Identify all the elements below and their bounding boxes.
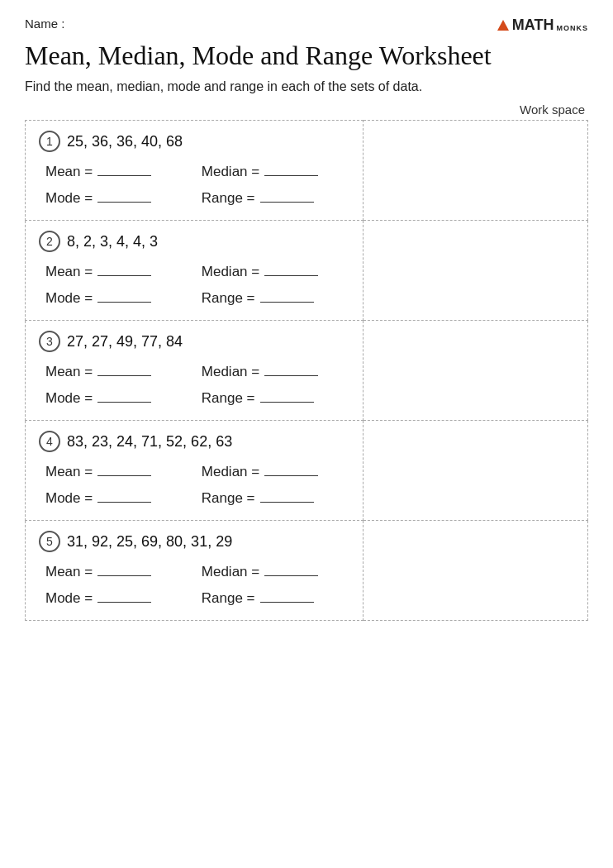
answer-row-5-4: Range =	[202, 590, 349, 607]
answer-label-5-2: Median =	[202, 564, 259, 580]
answer-label-1-3: Mode =	[45, 190, 93, 207]
answer-row-2-4: Range =	[202, 290, 349, 307]
answer-label-2-1: Mean =	[45, 264, 93, 280]
problem-number-4: 4	[39, 431, 60, 452]
answer-row-3-3: Mode =	[45, 390, 193, 407]
answer-label-3-3: Mode =	[45, 390, 93, 407]
problem-cell-1: 125, 36, 36, 40, 68Mean =Median =Mode =R…	[26, 121, 364, 221]
logo-triangle-icon	[497, 20, 509, 31]
answer-row-4-4: Range =	[202, 490, 349, 507]
answer-label-1-1: Mean =	[45, 164, 93, 180]
answer-row-5-2: Median =	[202, 564, 349, 580]
answer-label-3-1: Mean =	[45, 364, 93, 380]
data-set-5: 31, 92, 25, 69, 80, 31, 29	[67, 533, 232, 551]
answer-line-3-2[interactable]	[264, 375, 318, 376]
workspace-cell-4	[363, 421, 587, 521]
problem-number-5: 5	[39, 531, 60, 552]
answer-line-1-1[interactable]	[97, 175, 151, 176]
answer-row-2-2: Median =	[202, 264, 349, 280]
answer-line-2-4[interactable]	[260, 302, 314, 303]
problem-number-1: 1	[39, 131, 60, 152]
answer-row-2-3: Mode =	[45, 290, 193, 307]
answer-label-4-2: Median =	[202, 464, 259, 480]
answer-line-4-2[interactable]	[264, 475, 318, 476]
answer-line-3-3[interactable]	[97, 402, 151, 403]
answer-label-1-4: Range =	[202, 190, 255, 207]
answer-row-3-2: Median =	[202, 364, 349, 380]
instructions: Find the mean, median, mode and range in…	[25, 79, 588, 94]
answer-line-5-2[interactable]	[264, 575, 318, 576]
problem-number-3: 3	[39, 331, 60, 352]
answer-row-2-1: Mean =	[45, 264, 193, 280]
logo-math-text: MATH	[512, 17, 554, 34]
workspace-label: Work space	[25, 103, 588, 117]
answer-line-4-1[interactable]	[97, 475, 151, 476]
answer-line-2-3[interactable]	[97, 302, 151, 303]
answer-label-3-4: Range =	[202, 390, 255, 407]
answer-line-2-2[interactable]	[264, 275, 318, 276]
answer-label-5-3: Mode =	[45, 590, 93, 607]
answer-row-1-2: Median =	[202, 164, 349, 180]
data-set-1: 25, 36, 36, 40, 68	[67, 133, 183, 150]
answer-line-1-3[interactable]	[97, 202, 151, 203]
answer-line-3-1[interactable]	[97, 375, 151, 376]
answer-row-5-3: Mode =	[45, 590, 193, 607]
answer-label-5-4: Range =	[202, 590, 255, 607]
problem-cell-4: 483, 23, 24, 71, 52, 62, 63Mean =Median …	[26, 421, 364, 521]
answer-label-5-1: Mean =	[45, 564, 93, 580]
name-label: Name :	[25, 17, 64, 31]
data-set-4: 83, 23, 24, 71, 52, 62, 63	[67, 433, 232, 451]
answer-line-3-4[interactable]	[260, 402, 314, 403]
answer-label-3-2: Median =	[202, 364, 259, 380]
answer-line-5-3[interactable]	[97, 602, 151, 603]
answer-label-2-2: Median =	[202, 264, 259, 280]
answer-label-4-1: Mean =	[45, 464, 93, 480]
answer-label-4-4: Range =	[202, 490, 255, 507]
answer-row-1-1: Mean =	[45, 164, 193, 180]
problem-number-2: 2	[39, 231, 60, 252]
answer-row-1-4: Range =	[202, 190, 349, 207]
header: Name : MATH MONKS	[25, 17, 588, 34]
answer-row-3-1: Mean =	[45, 364, 193, 380]
answer-label-1-2: Median =	[202, 164, 259, 180]
logo-monks-text: MONKS	[557, 24, 589, 32]
answer-line-4-3[interactable]	[97, 502, 151, 503]
problem-cell-2: 28, 2, 3, 4, 4, 3Mean =Median =Mode =Ran…	[26, 221, 364, 321]
workspace-cell-1	[363, 121, 587, 221]
data-set-3: 27, 27, 49, 77, 84	[67, 333, 183, 351]
data-set-2: 8, 2, 3, 4, 4, 3	[67, 233, 158, 250]
problem-cell-3: 327, 27, 49, 77, 84Mean =Median =Mode =R…	[26, 321, 364, 421]
answer-row-1-3: Mode =	[45, 190, 193, 207]
answer-line-1-2[interactable]	[264, 175, 318, 176]
answer-row-4-2: Median =	[202, 464, 349, 480]
workspace-cell-2	[363, 221, 587, 321]
answer-line-5-1[interactable]	[97, 575, 151, 576]
answer-label-2-4: Range =	[202, 290, 255, 307]
logo: MATH MONKS	[497, 17, 588, 34]
answer-row-4-3: Mode =	[45, 490, 193, 507]
problems-table: 125, 36, 36, 40, 68Mean =Median =Mode =R…	[25, 120, 588, 621]
workspace-cell-5	[363, 521, 587, 621]
answer-label-2-3: Mode =	[45, 290, 93, 307]
answer-row-3-4: Range =	[202, 390, 349, 407]
problem-cell-5: 531, 92, 25, 69, 80, 31, 29Mean =Median …	[26, 521, 364, 621]
page-title: Mean, Median, Mode and Range Worksheet	[25, 41, 588, 71]
workspace-cell-3	[363, 321, 587, 421]
answer-line-2-1[interactable]	[97, 275, 151, 276]
answer-label-4-3: Mode =	[45, 490, 93, 507]
answer-row-4-1: Mean =	[45, 464, 193, 480]
answer-line-5-4[interactable]	[260, 602, 314, 603]
answer-line-4-4[interactable]	[260, 502, 314, 503]
answer-line-1-4[interactable]	[260, 202, 314, 203]
answer-row-5-1: Mean =	[45, 564, 193, 580]
